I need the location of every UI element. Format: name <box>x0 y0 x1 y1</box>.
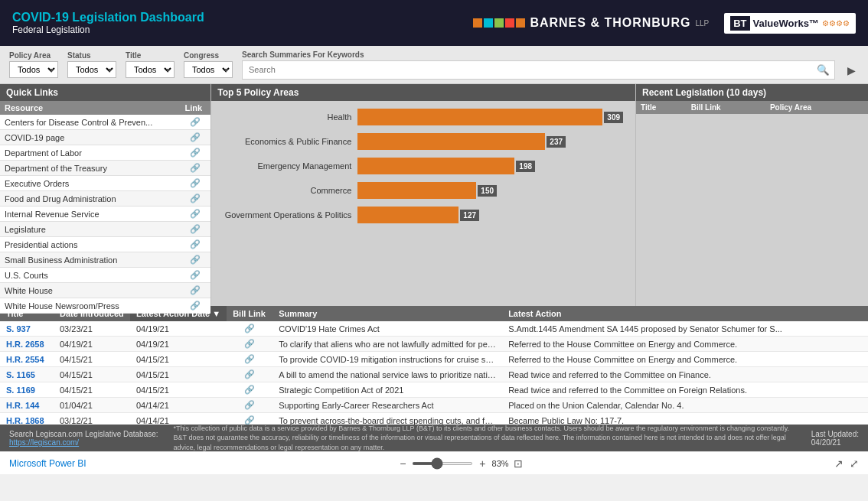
bar-label: Economics & Public Finance <box>224 137 357 146</box>
ql-link-cell[interactable]: 🔗 <box>181 207 211 222</box>
ql-link-cell[interactable]: 🔗 <box>181 115 211 130</box>
search-box: 🔍 <box>242 60 835 80</box>
filter-icon-button[interactable]: ▶ <box>844 61 859 80</box>
app-header: COVID-19 Legislation Dashboard Federal L… <box>0 0 868 46</box>
table-row: H.R. 2658 04/19/21 04/19/21 🔗 To clarify… <box>0 337 868 352</box>
legiscan-link[interactable]: https://legiscan.com/ <box>9 438 158 447</box>
recent-legislation-panel: Recent Legislation (10 days) Title Bill … <box>636 84 868 306</box>
ql-link-cell[interactable]: 🔗 <box>181 130 211 145</box>
list-item: Centers for Disease Control & Preven... … <box>0 115 210 130</box>
cell-date-introduced: 03/23/21 <box>54 321 130 337</box>
ql-col-link: Link <box>181 101 211 115</box>
status-wrapper[interactable]: Todos <box>67 61 116 78</box>
sq5 <box>516 18 525 28</box>
table-row: S. 1165 04/15/21 04/15/21 🔗 A bill to am… <box>0 367 868 382</box>
external-link-icon[interactable]: 🔗 <box>190 132 201 142</box>
external-link-icon[interactable]: 🔗 <box>190 270 201 279</box>
policy-area-wrapper[interactable]: Todos <box>9 61 58 78</box>
status-filter: Status Todos <box>67 51 116 78</box>
powerbi-link[interactable]: Microsoft Power BI <box>9 458 86 469</box>
status-select[interactable]: Todos <box>67 61 116 78</box>
col-latest-header[interactable]: Latest Action <box>502 306 868 321</box>
fit-page-button[interactable]: ⊡ <box>514 457 523 470</box>
data-table: Title Date Introduced Latest Action Date… <box>0 306 868 425</box>
bar-label: Emergency Management <box>224 161 357 171</box>
list-item: White House 🔗 <box>0 283 210 298</box>
list-item: Legislature 🔗 <box>0 222 210 237</box>
external-link-icon[interactable]: 🔗 <box>190 239 201 249</box>
ql-link-cell[interactable]: 🔗 <box>181 145 211 161</box>
external-link-icon[interactable]: 🔗 <box>190 285 201 294</box>
external-link-icon[interactable]: 🔗 <box>190 224 201 233</box>
share-button[interactable]: ↗ <box>834 457 844 470</box>
table-row: S. 937 03/23/21 04/19/21 🔗 COVID‎'19 Hat… <box>0 321 868 337</box>
table-row: H.R. 2554 04/15/21 04/15/21 🔗 To provide… <box>0 352 868 367</box>
sq1 <box>473 18 482 28</box>
cell-latest-action-date: 04/15/21 <box>130 367 227 382</box>
policy-areas-header: Top 5 Policy Areas <box>211 84 635 101</box>
cell-bill-link[interactable]: 🔗 <box>227 352 272 367</box>
policy-area-filter: Policy Area Todos <box>9 51 58 78</box>
data-table-wrapper: Title Date Introduced Latest Action Date… <box>0 306 868 425</box>
logos-group: BARNES & THORNBURG LLP BT ValueWorks™ ⚙⚙… <box>473 13 856 34</box>
bar-fill <box>357 133 545 150</box>
cell-bill-link[interactable]: 🔗 <box>227 321 272 337</box>
fullscreen-button[interactable]: ⤢ <box>850 457 859 470</box>
title-select[interactable]: Todos <box>126 61 175 78</box>
col-bill-header[interactable]: Bill Link <box>227 306 272 321</box>
external-link-icon[interactable]: 🔗 <box>190 148 201 157</box>
col-summary-header[interactable]: Summary <box>272 306 502 321</box>
ql-link-cell[interactable]: 🔗 <box>181 268 211 283</box>
external-link-icon[interactable]: 🔗 <box>190 178 201 187</box>
zoom-slider[interactable] <box>412 462 473 465</box>
footer-last-updated-date: 04/20/21 <box>811 438 859 447</box>
external-link-icon[interactable]: 🔗 <box>190 194 201 203</box>
cell-summary: Supporting Early-Career Researchers Act <box>272 398 502 413</box>
chart-bar-row: Economics & Public Finance 237 <box>224 133 623 150</box>
ql-link-cell[interactable]: 🔗 <box>181 237 211 252</box>
external-link-icon[interactable]: 🔗 <box>190 255 201 264</box>
cell-latest-action: Read twice and referred to the Committee… <box>502 382 868 398</box>
cell-summary: COVID‎'19 Hate Crimes Act <box>272 321 502 337</box>
ql-link-cell[interactable]: 🔗 <box>181 176 211 191</box>
cell-latest-action-date: 04/19/21 <box>130 337 227 352</box>
search-input[interactable] <box>243 62 812 77</box>
cell-title: H.R. 2554 <box>0 352 54 367</box>
footer-disclaimer: *This collection of public data is a ser… <box>174 424 796 453</box>
zoom-minus-button[interactable]: − <box>398 457 407 470</box>
vw-text: ValueWorks™ <box>753 18 819 29</box>
cell-latest-action-date: 04/14/21 <box>130 398 227 413</box>
cell-summary: A bill to amend the national service law… <box>272 367 502 382</box>
status-label: Status <box>67 51 116 60</box>
cell-latest-action: Referred to the House Committee on Energ… <box>502 352 868 367</box>
title-filter: Title Todos <box>126 51 175 78</box>
external-link-icon[interactable]: 🔗 <box>190 209 201 218</box>
chart-bar-row: Health 309 <box>224 109 623 125</box>
ql-link-cell[interactable]: 🔗 <box>181 161 211 176</box>
cell-bill-link[interactable]: 🔗 <box>227 367 272 382</box>
cell-date-introduced: 04/15/21 <box>54 367 130 382</box>
cell-bill-link[interactable]: 🔗 <box>227 337 272 352</box>
external-link-icon[interactable]: 🔗 <box>190 117 201 126</box>
title-wrapper[interactable]: Todos <box>126 61 175 78</box>
ql-link-cell[interactable]: 🔗 <box>181 191 211 207</box>
bar-label: Health <box>224 112 357 122</box>
congress-wrapper[interactable]: Todos <box>184 61 233 78</box>
ql-link-cell[interactable]: 🔗 <box>181 252 211 268</box>
search-button[interactable]: 🔍 <box>812 61 834 79</box>
cell-bill-link[interactable]: 🔗 <box>227 382 272 398</box>
congress-select[interactable]: Todos <box>184 61 233 78</box>
zoom-plus-button[interactable]: + <box>478 457 487 470</box>
cell-date-introduced: 04/15/21 <box>54 382 130 398</box>
cell-bill-link[interactable]: 🔗 <box>227 398 272 413</box>
policy-area-select[interactable]: Todos <box>9 61 58 78</box>
bar-value: 237 <box>547 136 566 148</box>
footer: Search Legiscan.com Legislative Database… <box>0 425 868 451</box>
list-item: Small Business Administration 🔗 <box>0 252 210 268</box>
ql-link-cell[interactable]: 🔗 <box>181 283 211 298</box>
bar-value: 309 <box>604 112 623 123</box>
ql-link-cell[interactable]: 🔗 <box>181 222 211 237</box>
external-link-icon[interactable]: 🔗 <box>190 163 201 172</box>
quick-links-header: Quick Links <box>0 84 210 101</box>
gear-icons: ⚙⚙⚙⚙ <box>822 19 850 28</box>
